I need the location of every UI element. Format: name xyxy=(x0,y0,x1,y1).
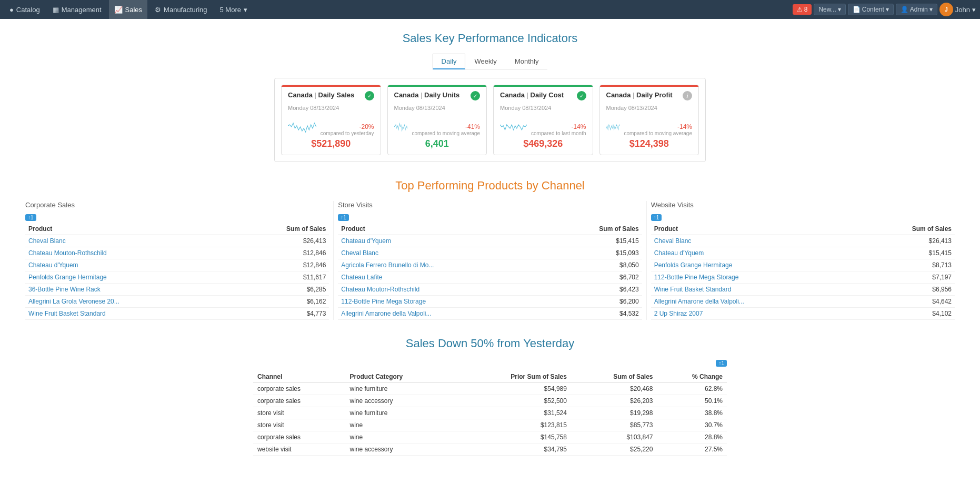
sort-btn-corporate[interactable]: ↑1 xyxy=(25,214,36,221)
product-link[interactable]: Allegrini Amarone della Valpoli... xyxy=(651,296,857,308)
product-link[interactable]: 2 Up Shiraz 2007 xyxy=(651,308,857,320)
table-row: Cheval Blanc$26,413 xyxy=(651,235,955,247)
table-row: website visit wine accessory $34,795 $25… xyxy=(253,443,727,456)
kpi-badge-3: ✓ xyxy=(577,91,586,100)
table-row: Chateau Lafite$6,702 xyxy=(338,271,642,284)
table-row: Chateau d'Yquem$12,846 xyxy=(25,259,329,271)
prior-sales-cell: $123,815 xyxy=(455,419,571,431)
kpi-card-daily-cost: Canada | Daily Cost ✓ Monday 08/13/2024 … xyxy=(493,85,593,155)
current-sales-cell: $103,847 xyxy=(571,431,657,443)
change-cell: 28.8% xyxy=(657,431,727,443)
sales-value: $15,093 xyxy=(546,247,642,259)
top-products-grid: Corporate Sales ↑1 Product Sum of Sales … xyxy=(21,201,959,320)
kpi-value-4: $124,398 xyxy=(606,138,693,149)
kpi-card-title-2: Canada | Daily Units xyxy=(394,91,460,99)
table-row: Chateau Mouton-Rothschild$12,846 xyxy=(25,247,329,259)
product-link[interactable]: Penfolds Grange Hermitage xyxy=(651,259,857,271)
product-link[interactable]: 36-Bottle Pine Wine Rack xyxy=(25,284,232,296)
alert-button[interactable]: ⚠ 8 xyxy=(793,4,812,15)
product-link[interactable]: Chateau d'Yquem xyxy=(25,259,232,271)
nav-sales[interactable]: 📈 Sales xyxy=(109,0,148,19)
tab-monthly[interactable]: Monthly xyxy=(506,54,548,69)
kpi-sparkline-3 xyxy=(500,115,527,136)
content-button[interactable]: 📄 Content ▾ xyxy=(848,4,894,15)
current-sales-cell: $19,298 xyxy=(571,407,657,419)
sales-value: $15,415 xyxy=(546,235,642,247)
sales-th-current: Sum of Sales xyxy=(571,371,657,383)
product-link[interactable]: Chateau Mouton-Rothschild xyxy=(25,247,232,259)
channel-cell: corporate sales xyxy=(253,395,345,407)
product-link[interactable]: 112-Bottle Pine Mega Storage xyxy=(651,271,857,284)
product-link[interactable]: Chateau d'Yquem xyxy=(651,247,857,259)
category-cell: wine accessory xyxy=(345,443,455,456)
table-row: Penfolds Grange Hermitage$11,617 xyxy=(25,271,329,284)
kpi-cards: Canada | Daily Sales ✓ Monday 08/13/2024… xyxy=(281,85,699,155)
sales-value: $12,846 xyxy=(232,259,329,271)
new-button[interactable]: New... ▾ xyxy=(814,4,845,15)
product-link[interactable]: Allegrini La Grola Veronese 20... xyxy=(25,296,232,308)
current-sales-cell: $26,203 xyxy=(571,395,657,407)
tab-weekly[interactable]: Weekly xyxy=(465,54,505,69)
table-row: Chateau Mouton-Rothschild$6,423 xyxy=(338,284,642,296)
top-products-col-corporate: Corporate Sales ↑1 Product Sum of Sales … xyxy=(21,201,334,320)
product-link[interactable]: Chateau d'Yquem xyxy=(338,235,545,247)
product-link[interactable]: Cheval Blanc xyxy=(25,235,232,247)
prior-sales-cell: $145,758 xyxy=(455,431,571,443)
admin-button[interactable]: 👤 Admin ▾ xyxy=(896,4,937,15)
kpi-pct-1: -20% xyxy=(321,123,374,130)
category-cell: wine furniture xyxy=(345,407,455,419)
col-th-product-1: Product xyxy=(25,223,232,235)
product-link[interactable]: Cheval Blanc xyxy=(651,235,857,247)
top-products-col-store: Store Visits ↑1 Product Sum of Sales Cha… xyxy=(334,201,646,320)
product-link[interactable]: 112-Bottle Pine Mega Storage xyxy=(338,296,545,308)
user-menu[interactable]: J John ▾ xyxy=(939,3,976,16)
nav-manufacturing[interactable]: ⚙ Manufacturing xyxy=(149,0,212,19)
sales-value: $6,162 xyxy=(232,296,329,308)
product-link[interactable]: Penfolds Grange Hermitage xyxy=(25,271,232,284)
sales-value: $4,102 xyxy=(857,308,955,320)
kpi-card-title-1: Canada | Daily Sales xyxy=(288,91,354,99)
channel-cell: store visit xyxy=(253,407,345,419)
sales-value: $26,413 xyxy=(857,235,955,247)
kpi-date-1: Monday 08/13/2024 xyxy=(288,105,374,111)
product-link[interactable]: Chateau Lafite xyxy=(338,271,545,284)
sales-value: $26,413 xyxy=(232,235,329,247)
tab-daily[interactable]: Daily xyxy=(433,54,466,69)
product-link[interactable]: Allegrini Amarone della Valpoli... xyxy=(338,308,545,320)
current-sales-cell: $25,220 xyxy=(571,443,657,456)
sort-btn-website[interactable]: ↑1 xyxy=(651,214,662,221)
col-th-sales-1: Sum of Sales xyxy=(232,223,329,235)
kpi-section-title: Sales Key Performance Indicators xyxy=(21,32,959,45)
kpi-card-daily-sales: Canada | Daily Sales ✓ Monday 08/13/2024… xyxy=(281,85,381,155)
product-link[interactable]: Agricola Ferrero Brunello di Mo... xyxy=(338,259,545,271)
nav-more[interactable]: 5 More ▾ xyxy=(214,0,252,19)
product-link[interactable]: Chateau Mouton-Rothschild xyxy=(338,284,545,296)
change-cell: 30.7% xyxy=(657,419,727,431)
table-row: 2 Up Shiraz 2007$4,102 xyxy=(651,308,955,320)
col-header-website: Website Visits xyxy=(651,201,955,209)
kpi-compare-2: compared to moving average xyxy=(412,130,480,136)
product-link[interactable]: Cheval Blanc xyxy=(338,247,545,259)
product-link[interactable]: Wine Fruit Basket Standard xyxy=(25,308,232,320)
management-icon: ▦ xyxy=(53,6,59,14)
table-row: Allegrini Amarone della Valpoli...$4,642 xyxy=(651,296,955,308)
sales-value: $6,200 xyxy=(546,296,642,308)
sales-th-category: Product Category xyxy=(345,371,455,383)
product-table-store: Product Sum of Sales Chateau d'Yquem$15,… xyxy=(338,223,642,320)
col-th-product-2: Product xyxy=(338,223,545,235)
category-cell: wine xyxy=(345,419,455,431)
sort-btn-sales-down[interactable]: ↑1 xyxy=(716,360,727,367)
current-sales-cell: $20,468 xyxy=(571,383,657,395)
sort-btn-store[interactable]: ↑1 xyxy=(338,214,349,221)
kpi-pct-2: -41% xyxy=(412,123,480,130)
nav-management[interactable]: ▦ Management xyxy=(47,0,107,19)
product-link[interactable]: Wine Fruit Basket Standard xyxy=(651,284,857,296)
chevron-down-icon: ▾ xyxy=(244,6,247,14)
kpi-badge-1: ✓ xyxy=(365,91,374,100)
col-header-store: Store Visits xyxy=(338,201,642,209)
sales-th-change: % Change xyxy=(657,371,727,383)
sales-icon: 📈 xyxy=(114,6,123,14)
kpi-sparkline-4 xyxy=(606,115,620,136)
sales-value: $6,702 xyxy=(546,271,642,284)
nav-catalog[interactable]: ● Catalog xyxy=(4,0,45,19)
